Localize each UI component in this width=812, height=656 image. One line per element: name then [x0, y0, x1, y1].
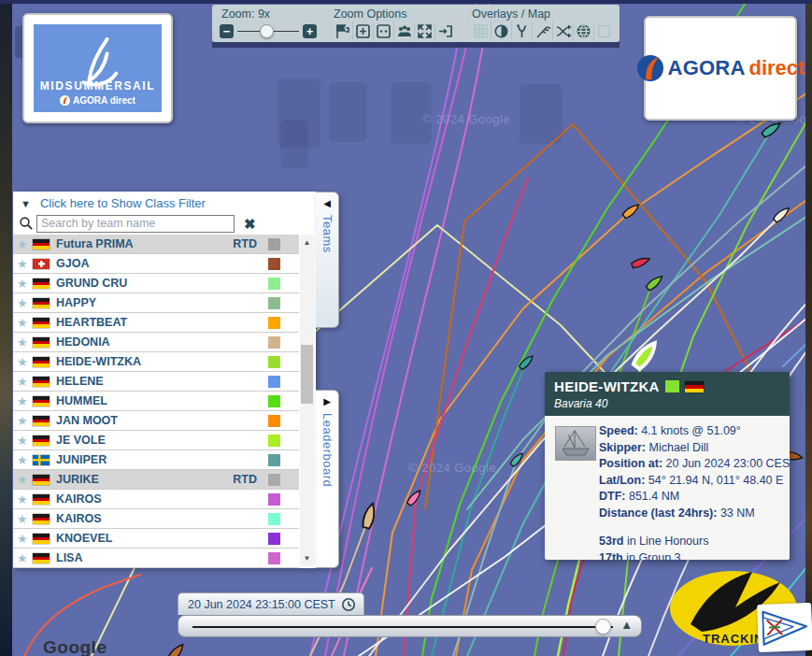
team-list-scrollbar[interactable]: ▲ ▼: [300, 235, 314, 566]
team-row[interactable]: Futura PRIMA RTD: [13, 235, 299, 254]
team-row[interactable]: JE VOLE: [13, 431, 299, 450]
favourite-star-icon[interactable]: [17, 294, 33, 311]
class-filter-toggle[interactable]: Click here to Show Class Filter: [13, 192, 316, 212]
team-row[interactable]: LISA: [13, 549, 299, 568]
popup-detail-row: 53rd in Line Honours: [599, 534, 782, 550]
favourite-star-icon[interactable]: [17, 510, 33, 527]
team-flag: [33, 357, 50, 367]
midsummersail-logo[interactable]: MIDSUMMERSAIL AGORA direct: [22, 13, 173, 123]
tab-teams[interactable]: ◀ Teams: [316, 192, 339, 328]
team-row[interactable]: KAIROS: [13, 509, 299, 529]
team-flag: [33, 435, 50, 446]
favourite-star-icon[interactable]: [17, 471, 33, 488]
favourite-star-icon[interactable]: [17, 432, 33, 449]
team-color-swatch: [268, 552, 280, 564]
team-color-swatch: [268, 356, 280, 368]
team-row[interactable]: HEDONIA: [13, 333, 299, 352]
team-name: KAIROS: [56, 492, 257, 506]
team-flag: [33, 416, 50, 426]
boat-marker-selected[interactable]: [633, 340, 660, 370]
timeline-knob[interactable]: [595, 619, 611, 635]
scrollbar-thumb[interactable]: [301, 345, 313, 404]
scroll-up-arrow[interactable]: ▲: [300, 235, 314, 250]
team-row[interactable]: GJOA: [13, 254, 299, 274]
team-search-input[interactable]: [36, 215, 235, 233]
club-burgee-flag: [757, 603, 812, 652]
team-row[interactable]: KNOEVEL: [13, 529, 299, 549]
team-color-swatch: [268, 258, 280, 270]
team-row[interactable]: KAIROS: [13, 490, 299, 509]
team-list: Futura PRIMA RTD GJOA GRUND CRU HAPPY HE…: [13, 235, 299, 568]
crossings-icon[interactable]: [552, 21, 573, 41]
favourite-star-icon[interactable]: [17, 451, 33, 468]
globe-icon[interactable]: [573, 21, 593, 41]
clock-icon[interactable]: [341, 597, 356, 612]
boat-marker[interactable]: [167, 642, 186, 656]
team-name: JE VOLE: [56, 434, 257, 447]
fit-all-icon[interactable]: [414, 21, 434, 41]
fleet-icon[interactable]: [393, 21, 414, 41]
teams-panel: Click here to Show Class Filter ✖ Futura…: [13, 192, 316, 568]
favourite-star-icon[interactable]: [17, 235, 33, 252]
team-row[interactable]: JUNIPER: [13, 450, 299, 470]
favourite-star-icon[interactable]: [17, 530, 33, 547]
team-row[interactable]: JURIKE RTD: [13, 470, 299, 490]
timeline-slider[interactable]: [178, 615, 642, 637]
map-toolbar: Zoom: 9x − + Zoom Options: [212, 5, 620, 42]
favourite-star-icon[interactable]: [17, 255, 33, 272]
clear-search-icon[interactable]: ✖: [244, 217, 256, 231]
favourite-star-icon[interactable]: [17, 314, 33, 331]
favourite-star-icon[interactable]: [17, 392, 33, 409]
team-flag: [33, 278, 50, 289]
team-row[interactable]: HUMMEL: [13, 392, 299, 411]
predicted-route-icon[interactable]: [511, 21, 532, 41]
team-row[interactable]: HEARTBEAT: [13, 313, 299, 333]
zoom-out-button[interactable]: −: [220, 24, 234, 38]
midsummersail-subtitle: AGORA direct: [60, 95, 135, 106]
map-square-icon[interactable]: [593, 21, 614, 41]
follow-boat-icon[interactable]: [434, 21, 455, 41]
favourite-star-icon[interactable]: [17, 373, 33, 390]
favourite-star-icon[interactable]: [17, 275, 33, 292]
overlays-group: Overlays / Map: [470, 7, 614, 40]
favourite-star-icon[interactable]: [17, 353, 33, 370]
zoom-slider-knob[interactable]: [260, 24, 274, 38]
google-watermark: © 2024 Google: [408, 461, 496, 475]
zoom-in-box-icon[interactable]: [352, 21, 373, 41]
zoom-group: Zoom: 9x − +: [220, 7, 317, 40]
team-row[interactable]: HAPPY: [13, 293, 299, 313]
agora-name: AGORA: [668, 56, 746, 80]
zoom-in-button[interactable]: +: [303, 24, 317, 38]
page-background-left: [0, 0, 12, 656]
team-row[interactable]: HELENE: [13, 372, 299, 392]
favourite-star-icon[interactable]: [17, 549, 33, 566]
boat-marker[interactable]: [646, 274, 664, 291]
boat-marker[interactable]: [622, 202, 641, 219]
favourite-star-icon[interactable]: [17, 334, 33, 350]
agora-direct-logo[interactable]: AGORA direct: [644, 16, 797, 121]
favourite-star-icon[interactable]: [17, 491, 33, 507]
boat-marker[interactable]: [631, 255, 650, 268]
wind-barbs-icon[interactable]: [532, 21, 552, 41]
favourite-star-icon[interactable]: [17, 412, 33, 429]
popup-detail-row: Skipper: Michael Dill: [599, 440, 782, 457]
team-row[interactable]: JAN MOOT: [13, 411, 299, 431]
tab-leaderboard[interactable]: ▶ Leaderboard: [316, 390, 339, 568]
timeline-play-button[interactable]: [620, 618, 633, 632]
boat-marker[interactable]: [362, 502, 378, 529]
zoom-selection-icon[interactable]: [373, 21, 393, 41]
expand-right-icon: ▶: [323, 397, 331, 406]
timeline-timestamp-tab[interactable]: 20 Jun 2024 23:15:00 CEST: [178, 592, 364, 615]
team-flag: [33, 377, 50, 387]
zoom-slider[interactable]: [237, 24, 299, 38]
contrast-icon[interactable]: [491, 21, 511, 41]
finish-flags-icon[interactable]: [332, 21, 352, 41]
team-color-swatch: [268, 376, 280, 388]
grid-icon[interactable]: [470, 21, 491, 41]
team-flag: [33, 475, 50, 485]
team-row[interactable]: HEIDE-WITZKA: [13, 352, 299, 372]
team-flag: [33, 259, 50, 269]
team-name: HELENE: [56, 375, 257, 388]
scroll-down-arrow[interactable]: ▼: [300, 551, 314, 565]
team-row[interactable]: GRUND CRU: [13, 274, 299, 293]
